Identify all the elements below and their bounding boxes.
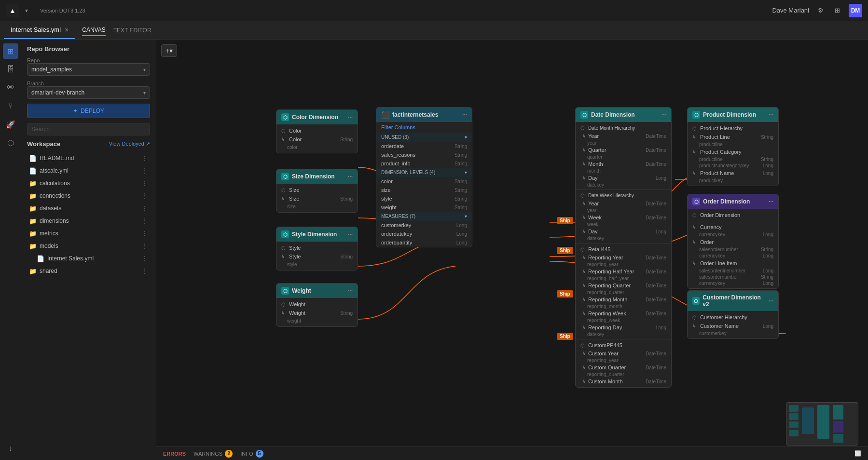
- canvas-area[interactable]: + ▾: [156, 40, 868, 460]
- errors-label: ERRORS: [163, 451, 186, 457]
- grid-icon[interactable]: ⊞: [832, 6, 842, 15]
- topbar-right: Dave Mariani ⚙ ⊞ DM: [772, 4, 862, 17]
- folder-more-icon[interactable]: ⋮: [141, 230, 148, 237]
- date-dim-title: Date Dimension: [591, 111, 635, 118]
- canvas-tab[interactable]: CANVAS: [82, 25, 105, 36]
- fact-more[interactable]: ···: [462, 111, 467, 118]
- folder-more-icon[interactable]: ⋮: [141, 217, 148, 225]
- prod-dim-more[interactable]: ···: [769, 111, 773, 118]
- customer-dimension-card: ⬡ Customer Dimension v2 ··· ⬡ Customer H…: [687, 290, 779, 339]
- cust-dim-more[interactable]: ···: [769, 298, 773, 304]
- folder-more-icon[interactable]: ⋮: [141, 204, 148, 212]
- folder-icon: 📁: [29, 217, 37, 225]
- avatar[interactable]: DM: [849, 4, 862, 17]
- date-dim-icon: ⬡: [580, 111, 588, 119]
- folder-metrics[interactable]: 📁 metrics ⋮: [27, 228, 150, 239]
- minimize-icon[interactable]: ⬜: [854, 450, 861, 456]
- order-line-row: ↳ Order Line Item: [688, 259, 778, 268]
- folder-calculations[interactable]: 📁 calculations ⋮: [27, 177, 150, 189]
- date-year-sub: year: [576, 140, 671, 146]
- icon-bar-git[interactable]: ⑂: [3, 98, 18, 114]
- file-more-icon[interactable]: ⋮: [141, 154, 148, 162]
- gear-icon[interactable]: ⚙: [816, 6, 826, 15]
- rep-week-row: ↳ Reporting Week DateTime: [576, 310, 671, 317]
- add-button[interactable]: + ▾: [161, 44, 177, 57]
- style-sub-row: ↳ Style String: [276, 252, 358, 261]
- currency-row: ↳ Currency: [688, 223, 778, 231]
- branch-select[interactable]: dmariani-dev-branch: [27, 86, 150, 99]
- order-dim-title: Order Dimension: [703, 198, 750, 205]
- text-editor-tab[interactable]: TEXT EDITOR: [113, 25, 152, 36]
- prod-dim-header: ⬡ Product Dimension ···: [688, 108, 778, 122]
- custom-quarter-row: ↳ Custom Quarter DateTime: [576, 364, 671, 371]
- folder-icon: 📁: [29, 205, 37, 212]
- weight-card: ⬡ Weight ··· ⬡ Weight ↳ Weight String we…: [276, 283, 358, 327]
- field-icon: ⬡: [692, 213, 698, 218]
- icon-bar-rocket[interactable]: 🚀: [3, 117, 18, 132]
- folder-icon: 📁: [29, 230, 37, 237]
- folder-connections[interactable]: 📁 connections ⋮: [27, 190, 150, 202]
- field-icon: ⬡: [281, 188, 287, 193]
- folder-more-icon[interactable]: ⋮: [141, 267, 148, 275]
- size-dim-more[interactable]: ···: [348, 173, 353, 180]
- size-dim-title: Size Dimension: [292, 173, 335, 180]
- folder-shared[interactable]: 📁 shared ⋮: [27, 265, 150, 277]
- minimap[interactable]: [786, 402, 858, 446]
- file-readme[interactable]: 📄 README.md ⋮: [27, 152, 150, 164]
- topbar-chevron[interactable]: ▾: [25, 7, 28, 14]
- color-dimension-card: ⬡ Color Dimension ··· ⬡ Color ↳ Color St…: [276, 109, 358, 153]
- folder-models[interactable]: 📁 models ⋮: [27, 240, 150, 252]
- prod-cat-row: ↳ Product Category: [688, 148, 778, 156]
- svg-rect-1: [789, 405, 799, 412]
- order-dim-icon: ⬡: [692, 198, 700, 205]
- custom-month-row: ↳ Custom Month DateTime: [576, 378, 671, 385]
- canvas-toolbar: + ▾: [161, 44, 177, 57]
- file-atscale[interactable]: 📄 atscale.yml ⋮: [27, 165, 150, 176]
- order-dim-more[interactable]: ···: [769, 198, 773, 205]
- icon-bar-cube[interactable]: ⬡: [3, 135, 18, 150]
- tab-close-icon[interactable]: ×: [65, 26, 69, 34]
- fact-customerkey: customerkey Long: [376, 221, 472, 230]
- weight-more[interactable]: ···: [348, 287, 353, 294]
- file-more-icon[interactable]: ⋮: [141, 255, 148, 262]
- search-input[interactable]: Search: [27, 123, 150, 135]
- svg-rect-7: [833, 405, 843, 419]
- repo-select[interactable]: model_samples: [27, 63, 150, 76]
- hier-icon: ⬡: [580, 125, 586, 131]
- product-dimension-card: ⬡ Product Dimension ··· ⬡ Product Hierar…: [687, 107, 779, 186]
- main-layout: ⊞ 🗄 👁 ⑂ 🚀 ⬡ ↓ Repo Browser Repo model_sa…: [0, 40, 868, 460]
- style-dim-more[interactable]: ···: [348, 231, 353, 238]
- icon-bar-download[interactable]: ↓: [3, 441, 18, 456]
- style-field-row: ⬡ Style: [276, 244, 358, 252]
- sub-icon: ↳: [281, 137, 287, 142]
- rep-month-row: ↳ Reporting Month DateTime: [576, 296, 671, 303]
- folder-more-icon[interactable]: ⋮: [141, 179, 148, 187]
- deploy-label: DEPLOY: [81, 108, 104, 114]
- custom-year-row: ↳ Custom Year DateTime: [576, 350, 671, 357]
- style-dim-icon: ⬡: [281, 230, 289, 238]
- order-row: ↳ Order: [688, 238, 778, 246]
- icon-bar-database[interactable]: 🗄: [3, 62, 18, 77]
- branch-section: Branch dmariani-dev-branch: [27, 81, 150, 99]
- folder-more-icon[interactable]: ⋮: [141, 192, 148, 200]
- weight-field-row: ⬡ Weight: [276, 300, 358, 309]
- file-tab[interactable]: Internet Sales.yml ×: [4, 21, 75, 39]
- icon-bar-canvas[interactable]: ⊞: [3, 43, 18, 59]
- folder-more-icon[interactable]: ⋮: [141, 242, 148, 250]
- view-deployed-link[interactable]: View Deployed ↗: [109, 141, 150, 147]
- color-dim-more[interactable]: ···: [348, 114, 353, 121]
- logo[interactable]: ▲: [6, 4, 19, 17]
- weight-key-row: weight: [276, 317, 358, 325]
- date-dim-more[interactable]: ···: [661, 111, 666, 118]
- folder-datasets[interactable]: 📁 datasets ⋮: [27, 203, 150, 214]
- fact-weight: weight String: [376, 203, 472, 212]
- file-more-icon[interactable]: ⋮: [141, 167, 148, 175]
- folder-dimensions[interactable]: 📁 dimensions ⋮: [27, 215, 150, 227]
- fact-orderdatekey: orderdatekey Long: [376, 230, 472, 238]
- field-icon: ⬡: [281, 128, 287, 134]
- warnings-count: 2: [225, 450, 233, 458]
- filter-columns[interactable]: Filter Columns: [376, 122, 472, 133]
- icon-bar-eye[interactable]: 👁: [3, 80, 18, 95]
- deploy-button[interactable]: ✦ DEPLOY: [27, 104, 150, 118]
- file-internet-sales[interactable]: 📄 Internet Sales.yml ⋮: [35, 253, 150, 264]
